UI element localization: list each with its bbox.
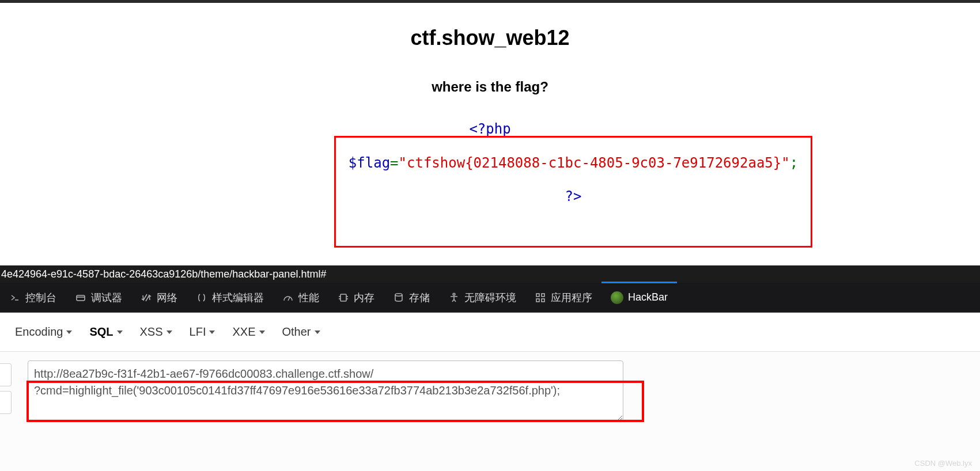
tab-network[interactable]: 网络 — [131, 283, 187, 313]
tab-label: 应用程序 — [551, 291, 592, 305]
menu-label: XXE — [232, 325, 255, 339]
tab-storage[interactable]: 存储 — [384, 283, 439, 313]
chevron-down-icon — [259, 331, 265, 334]
tab-console[interactable]: 控制台 — [0, 283, 66, 313]
side-buttons — [0, 363, 12, 419]
tab-label: 网络 — [157, 291, 177, 305]
watermark: CSDN @Web.lyx — [914, 459, 972, 468]
hackbar-icon — [611, 291, 623, 304]
storage-icon — [393, 292, 404, 303]
hackbar-body — [0, 352, 980, 471]
svg-rect-1 — [77, 295, 85, 301]
menu-encoding[interactable]: Encoding — [15, 325, 72, 339]
tab-style[interactable]: 样式编辑器 — [187, 283, 273, 313]
tab-label: HackBar — [628, 291, 668, 303]
page-title: ctf.show_web12 — [0, 26, 980, 50]
php-semicolon: ; — [790, 155, 798, 171]
debugger-icon — [75, 292, 86, 303]
extension-url-bar: 4e424964-e91c-4587-bdac-26463ca9126b/the… — [0, 265, 980, 283]
tab-hackbar[interactable]: HackBar — [601, 283, 677, 313]
chevron-down-icon — [66, 331, 72, 334]
svg-point-10 — [453, 293, 455, 295]
svg-point-9 — [395, 293, 402, 295]
menu-lfi[interactable]: LFI — [190, 325, 215, 339]
tab-label: 样式编辑器 — [212, 291, 264, 305]
tab-label: 性能 — [298, 291, 319, 305]
svg-rect-4 — [340, 294, 346, 301]
application-icon — [535, 292, 546, 303]
menu-label: XSS — [140, 325, 163, 339]
highlight-box: $flag="ctfshow{02148088-c1bc-4805-9c03-7… — [334, 136, 812, 248]
php-close-tag: ?> — [336, 188, 811, 204]
chevron-down-icon — [209, 331, 215, 334]
tab-application[interactable]: 应用程序 — [525, 283, 601, 313]
svg-line-3 — [288, 297, 290, 301]
menu-label: SQL — [89, 325, 113, 339]
page-subtitle: where is the flag? — [0, 79, 980, 95]
menu-other[interactable]: Other — [282, 325, 320, 339]
php-open-tag: <?php — [0, 121, 980, 137]
chevron-down-icon — [167, 331, 172, 334]
menu-label: Other — [282, 325, 311, 339]
chevron-down-icon — [117, 331, 123, 334]
tab-label: 存储 — [409, 291, 430, 305]
side-button-2[interactable] — [0, 391, 12, 414]
menu-label: Encoding — [15, 325, 63, 339]
tab-label: 无障碍环境 — [464, 291, 516, 305]
menu-sql[interactable]: SQL — [89, 325, 122, 339]
svg-rect-12 — [542, 294, 544, 297]
tab-performance[interactable]: 性能 — [273, 283, 328, 313]
accessibility-icon — [448, 292, 460, 303]
svg-rect-11 — [536, 294, 539, 297]
tab-accessibility[interactable]: 无障碍环境 — [439, 283, 525, 313]
chevron-down-icon — [315, 331, 320, 334]
console-icon — [9, 292, 21, 303]
php-var-flag: $flag — [349, 155, 390, 171]
menu-xss[interactable]: XSS — [140, 325, 172, 339]
performance-icon — [282, 292, 294, 303]
flag-code-line: $flag="ctfshow{02148088-c1bc-4805-9c03-7… — [336, 155, 811, 171]
tab-memory[interactable]: 内存 — [328, 283, 384, 313]
menu-xxe[interactable]: XXE — [232, 325, 264, 339]
php-flag-string: "ctfshow{02148088-c1bc-4805-9c03-7e91726… — [399, 155, 790, 171]
memory-icon — [338, 292, 349, 303]
page-content: ctf.show_web12 where is the flag? <?php … — [0, 3, 980, 265]
tab-label: 内存 — [354, 291, 374, 305]
menu-label: LFI — [190, 325, 206, 339]
style-icon — [196, 292, 207, 303]
svg-rect-14 — [542, 299, 544, 302]
tab-label: 调试器 — [91, 291, 122, 305]
url-input-wrap — [28, 360, 623, 421]
side-button-1[interactable] — [0, 363, 12, 386]
url-textarea[interactable] — [28, 360, 623, 421]
tab-debugger[interactable]: 调试器 — [66, 283, 131, 313]
hackbar-toolbar: Encoding SQL XSS LFI XXE Other — [0, 313, 980, 352]
tab-label: 控制台 — [25, 291, 56, 305]
svg-rect-13 — [536, 299, 539, 302]
network-icon — [141, 292, 152, 303]
devtools-tabstrip: 控制台 调试器 网络 样式编辑器 性能 内存 存储 无障碍环境 应用程序 Hac… — [0, 283, 980, 313]
php-equals: = — [390, 155, 398, 171]
